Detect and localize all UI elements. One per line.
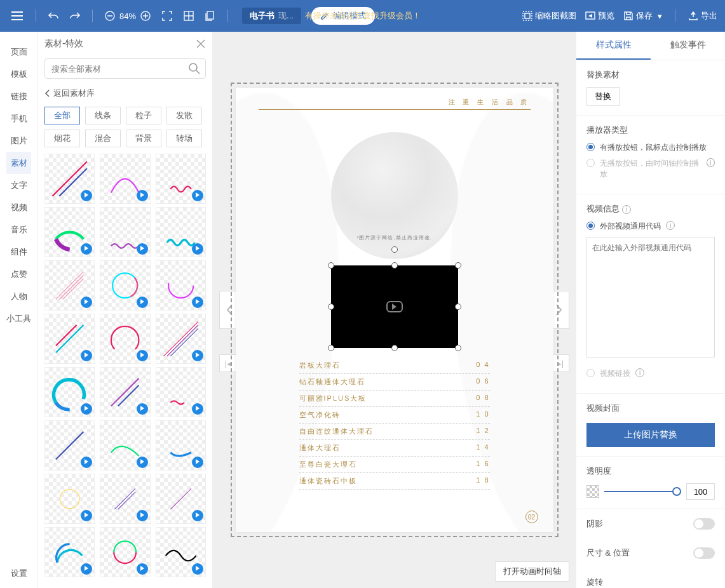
- size-pos-section[interactable]: 尺寸 & 位置: [576, 538, 725, 568]
- nav-item[interactable]: 音乐: [6, 218, 31, 241]
- category-filter[interactable]: 烟花: [44, 130, 80, 147]
- info-icon[interactable]: i: [707, 158, 715, 167]
- save-button[interactable]: 保存▾: [623, 10, 662, 22]
- category-filter[interactable]: 混合: [85, 130, 121, 147]
- shadow-section[interactable]: 阴影: [576, 509, 725, 538]
- asset-thumb[interactable]: [100, 474, 150, 524]
- canvas: |◂ ▸| 注 重 生 活 品 质 *图片源于网络,禁止商业用途. 岩板: [213, 32, 576, 588]
- info-icon[interactable]: i: [635, 368, 644, 377]
- preview-button[interactable]: 预览: [585, 10, 614, 22]
- asset-thumb[interactable]: [44, 527, 95, 577]
- timeline-button[interactable]: 打开动画时间轴: [495, 561, 569, 582]
- asset-thumb[interactable]: [44, 420, 95, 471]
- svg-rect-5: [525, 13, 530, 18]
- export-button[interactable]: 导出: [688, 10, 717, 22]
- category-filter[interactable]: 线条: [85, 107, 121, 124]
- fullscreen-icon[interactable]: [159, 8, 175, 24]
- svg-line-11: [59, 275, 83, 299]
- layers-icon[interactable]: [202, 8, 219, 24]
- category-filter[interactable]: 转场: [166, 130, 202, 147]
- redo-icon[interactable]: [67, 8, 83, 24]
- opacity-slider[interactable]: [604, 491, 681, 492]
- asset-thumb[interactable]: [100, 527, 150, 577]
- asset-thumb[interactable]: [44, 314, 95, 364]
- player-option-button[interactable]: 有播放按钮，鼠标点击控制播放: [586, 142, 715, 153]
- toc-row: 通体大理石1 4: [299, 440, 490, 457]
- video-link-option[interactable]: 视频链接i: [586, 368, 715, 379]
- info-icon[interactable]: i: [666, 221, 675, 230]
- search-input[interactable]: [44, 58, 206, 79]
- player-option-nobutton[interactable]: 无播放按钮，由时间轴控制播放i: [586, 158, 715, 180]
- video-element-selected[interactable]: [331, 265, 458, 348]
- opacity-input[interactable]: [686, 483, 715, 500]
- search-icon[interactable]: [188, 62, 201, 75]
- asset-thumb[interactable]: [100, 260, 150, 311]
- asset-thumb[interactable]: [156, 474, 206, 524]
- category-filter[interactable]: 全部: [44, 107, 80, 124]
- doc-mode[interactable]: 电子书 现...: [242, 8, 301, 24]
- tab-trigger[interactable]: 触发事件: [651, 32, 725, 60]
- category-filter[interactable]: 粒子: [126, 107, 161, 124]
- asset-thumb[interactable]: [44, 260, 95, 311]
- menu-icon[interactable]: [8, 6, 27, 25]
- asset-thumb[interactable]: [44, 154, 95, 204]
- asset-thumb[interactable]: [100, 207, 150, 257]
- asset-thumb[interactable]: [156, 367, 206, 417]
- replace-button[interactable]: 替换: [586, 87, 620, 106]
- svg-line-26: [118, 492, 135, 509]
- asset-thumb[interactable]: [156, 420, 206, 471]
- video-code-input[interactable]: [586, 237, 715, 357]
- asset-thumb[interactable]: [100, 367, 150, 417]
- asset-thumb[interactable]: [44, 207, 95, 257]
- close-icon[interactable]: [196, 39, 206, 49]
- toc-row: 通体瓷砖石中板1 8: [299, 473, 490, 490]
- svg-line-18: [163, 321, 198, 356]
- asset-thumb[interactable]: [44, 367, 95, 417]
- asset-thumb[interactable]: [100, 420, 150, 471]
- nav-item[interactable]: 手机: [6, 107, 31, 130]
- asset-thumb[interactable]: [156, 154, 206, 204]
- nav-item[interactable]: 视频: [6, 196, 31, 218]
- toc-row: 至尊白瓷大理石1 6: [299, 457, 490, 473]
- zoom-controls: 84%: [102, 8, 154, 24]
- nav-item[interactable]: 文字: [6, 174, 31, 196]
- panel-title: 素材-特效: [44, 38, 83, 50]
- sizepos-toggle[interactable]: [693, 547, 715, 559]
- nav-item[interactable]: 小工具: [6, 307, 31, 330]
- nav-item[interactable]: 素材: [6, 152, 31, 174]
- nav-item[interactable]: 组件: [6, 241, 31, 263]
- asset-thumb[interactable]: [156, 260, 206, 311]
- tab-style[interactable]: 样式属性: [576, 32, 651, 60]
- video-code-option[interactable]: 外部视频通用代码i: [586, 221, 715, 232]
- asset-thumb[interactable]: [156, 314, 206, 364]
- asset-thumb[interactable]: [44, 474, 95, 524]
- nav-item[interactable]: 图片: [6, 130, 31, 152]
- asset-thumb[interactable]: [156, 207, 206, 257]
- category-filter[interactable]: 背景: [126, 130, 161, 147]
- upload-cover-button[interactable]: 上传图片替换: [586, 423, 715, 447]
- svg-line-25: [115, 488, 136, 509]
- svg-line-10: [56, 272, 84, 300]
- shadow-toggle[interactable]: [693, 518, 715, 530]
- zoom-in-icon[interactable]: [137, 8, 154, 24]
- rotate-section[interactable]: 旋转: [576, 568, 725, 588]
- zoom-out-icon[interactable]: [102, 8, 118, 24]
- nav-item[interactable]: 模板: [6, 63, 31, 85]
- nav-item[interactable]: 页面: [6, 41, 31, 63]
- settings-nav[interactable]: 设置: [0, 562, 37, 584]
- asset-thumb[interactable]: [100, 314, 150, 364]
- grid-icon[interactable]: [180, 8, 197, 24]
- undo-icon[interactable]: [45, 8, 62, 24]
- nav-item[interactable]: 人物: [6, 285, 31, 307]
- back-to-library[interactable]: 返回素材库: [38, 83, 212, 104]
- asset-thumb[interactable]: [100, 154, 150, 204]
- nav-item[interactable]: 链接: [6, 85, 31, 107]
- category-filter[interactable]: 发散: [166, 107, 202, 124]
- hero-image[interactable]: *图片源于网络,禁止商业用途.: [331, 132, 458, 259]
- info-icon[interactable]: i: [622, 205, 631, 214]
- nav-item[interactable]: 点赞: [6, 263, 31, 285]
- toc-row: 空气净化砖1 0: [299, 407, 490, 424]
- thumbnail-button[interactable]: 缩略图截图: [522, 10, 576, 22]
- asset-thumb[interactable]: [156, 527, 206, 577]
- page-content[interactable]: 注 重 生 活 品 质 *图片源于网络,禁止商业用途. 岩板大理石0 4钻石釉通…: [236, 88, 553, 532]
